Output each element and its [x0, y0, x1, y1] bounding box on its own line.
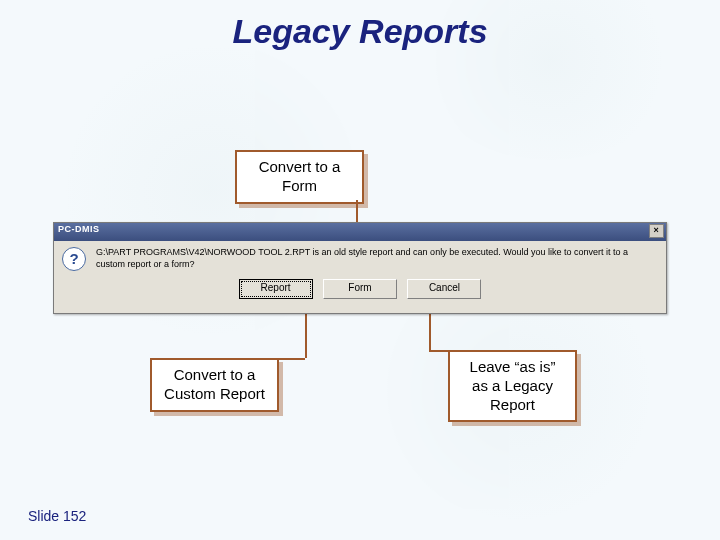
slide-number: Slide 152: [28, 508, 86, 524]
page-title: Legacy Reports: [0, 12, 720, 51]
callout-leave-as-is: Leave “as is” as a Legacy Report: [448, 350, 577, 422]
connector-line: [205, 358, 305, 360]
cancel-button[interactable]: Cancel: [407, 279, 481, 299]
dialog-title: PC-DMIS: [58, 224, 100, 234]
dialog-pcdmis: PC-DMIS × ? G:\PART PROGRAMS\V42\NORWOOD…: [53, 222, 667, 314]
dialog-body: ? G:\PART PROGRAMS\V42\NORWOOD TOOL 2.RP…: [54, 241, 666, 273]
dialog-titlebar: PC-DMIS ×: [54, 223, 666, 241]
dialog-button-row: Report Form Cancel: [54, 273, 666, 299]
callout-convert-custom-report: Convert to a Custom Report: [150, 358, 279, 412]
dialog-message: G:\PART PROGRAMS\V42\NORWOOD TOOL 2.RPT …: [96, 247, 658, 271]
callout-convert-form: Convert to a Form: [235, 150, 364, 204]
question-icon: ?: [62, 247, 86, 271]
report-button[interactable]: Report: [239, 279, 313, 299]
connector-line: [429, 350, 499, 352]
form-button[interactable]: Form: [323, 279, 397, 299]
close-icon[interactable]: ×: [649, 224, 664, 238]
